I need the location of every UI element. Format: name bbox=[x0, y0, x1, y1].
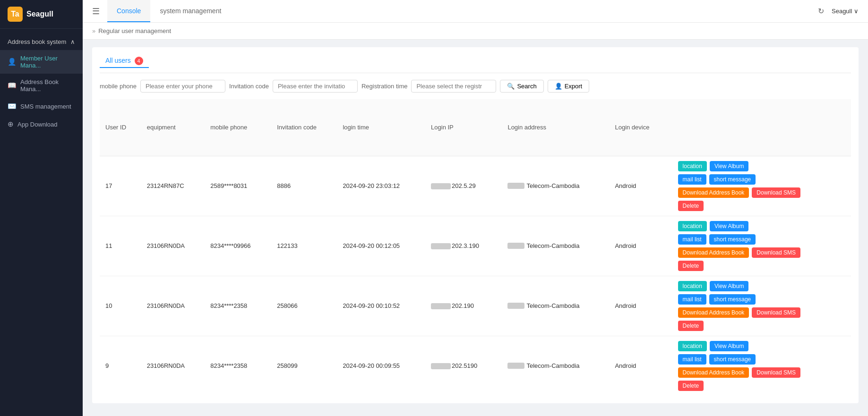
user-icon: 👤 bbox=[8, 58, 17, 66]
cell-equipment: 23106RN0DA bbox=[141, 276, 205, 336]
search-button[interactable]: 🔍 Search bbox=[500, 80, 543, 93]
cell-equipment: 23124RN87C bbox=[141, 156, 205, 216]
cell-login-device: Android bbox=[609, 276, 668, 336]
filter-registration-input[interactable] bbox=[411, 80, 496, 93]
sidebar-item-member-user[interactable]: 👤 Member User Mana... bbox=[0, 50, 83, 74]
short-message-button[interactable]: short message bbox=[709, 234, 756, 245]
page-body: All users 4 mobile phone Invitation code… bbox=[83, 40, 868, 416]
cell-login-device: Android bbox=[609, 156, 668, 216]
location-button[interactable]: location bbox=[678, 281, 707, 291]
tab-system-management[interactable]: system management bbox=[150, 0, 231, 22]
tab-all-users[interactable]: All users 4 bbox=[100, 55, 149, 68]
cell-login-device: Android bbox=[609, 336, 668, 396]
download-sms-button[interactable]: Download SMS bbox=[752, 307, 800, 318]
logo-name: Seagull bbox=[26, 10, 53, 18]
short-message-button[interactable]: short message bbox=[709, 354, 756, 365]
cell-login-time: 2024-09-20 00:09:55 bbox=[337, 336, 425, 396]
logo-icon: Ta bbox=[8, 7, 23, 22]
tab-row: All users 4 bbox=[100, 55, 851, 73]
cell-login-ip: 202.190 bbox=[425, 276, 502, 336]
location-button[interactable]: location bbox=[678, 341, 707, 351]
cell-login-ip: 202.3.190 bbox=[425, 216, 502, 276]
filter-invitation-label: Invitation code bbox=[229, 83, 269, 90]
filter-mobile-input[interactable] bbox=[140, 80, 225, 93]
table-row: 17 23124RN87C 2589****8031 8886 2024-09-… bbox=[100, 156, 851, 216]
short-message-button[interactable]: short message bbox=[709, 294, 756, 305]
location-button[interactable]: location bbox=[678, 161, 707, 171]
cell-mobile-phone: 8234****2358 bbox=[205, 276, 271, 336]
delete-button[interactable]: Delete bbox=[678, 201, 704, 211]
main-content: ☰ Console system management ↻ Seagull ∨ … bbox=[83, 0, 868, 416]
sms-icon: ✉️ bbox=[8, 102, 17, 110]
cell-user-id: 11 bbox=[100, 216, 141, 276]
download-address-button[interactable]: Download Address Book bbox=[678, 247, 749, 258]
sidebar-item-label: Member User Mana... bbox=[20, 55, 75, 69]
cell-login-time: 2024-09-20 23:03:12 bbox=[337, 156, 425, 216]
cell-invitation-code: 122133 bbox=[271, 216, 337, 276]
delete-button[interactable]: Delete bbox=[678, 321, 704, 331]
filter-row: mobile phone Invitation code Registratio… bbox=[100, 80, 851, 93]
cell-login-ip: 202.5190 bbox=[425, 336, 502, 396]
breadcrumb: » Regular user management bbox=[83, 23, 868, 40]
mail-list-button[interactable]: mail list bbox=[678, 174, 706, 185]
sidebar-section-title[interactable]: Address book system ∧ bbox=[0, 34, 83, 50]
download-address-button[interactable]: Download Address Book bbox=[678, 367, 749, 378]
col-user-id: User ID bbox=[100, 99, 141, 156]
mail-list-button[interactable]: mail list bbox=[678, 354, 706, 365]
mail-list-button[interactable]: mail list bbox=[678, 234, 706, 245]
table-row: 9 23106RN0DA 8234****2358 258099 2024-09… bbox=[100, 336, 851, 396]
sidebar-item-address-book[interactable]: 📖 Address Book Mana... bbox=[0, 74, 83, 97]
tab-console[interactable]: Console bbox=[107, 0, 150, 22]
cell-mobile-phone: 2589****8031 bbox=[205, 156, 271, 216]
cell-login-ip: 202.5.29 bbox=[425, 156, 502, 216]
col-login-ip: Login IP bbox=[425, 99, 502, 156]
cell-invitation-code: 258099 bbox=[271, 336, 337, 396]
table-row: 10 23106RN0DA 8234****2358 258066 2024-0… bbox=[100, 276, 851, 336]
sidebar-item-sms-management[interactable]: ✉️ SMS management bbox=[0, 97, 83, 115]
delete-button[interactable]: Delete bbox=[678, 261, 704, 271]
delete-button[interactable]: Delete bbox=[678, 381, 704, 391]
export-button[interactable]: 👤 Export bbox=[548, 80, 590, 93]
view-album-button[interactable]: View Album bbox=[710, 341, 748, 351]
sidebar-item-label: SMS management bbox=[20, 103, 71, 110]
filter-registration-label: Registration time bbox=[361, 83, 408, 90]
view-album-button[interactable]: View Album bbox=[710, 281, 748, 291]
cell-actions: location View Album mail list short mess… bbox=[669, 156, 851, 216]
refresh-icon[interactable]: ↻ bbox=[818, 7, 824, 16]
col-invitation-code: Invitation code bbox=[271, 99, 337, 156]
book-icon: 📖 bbox=[8, 81, 17, 90]
col-actions bbox=[669, 99, 851, 156]
tab-badge: 4 bbox=[135, 57, 143, 65]
breadcrumb-label: Regular user management bbox=[98, 27, 171, 34]
download-sms-button[interactable]: Download SMS bbox=[752, 187, 800, 198]
sidebar-item-app-download[interactable]: ⊕ App Download bbox=[0, 115, 83, 133]
sidebar-section: Address book system ∧ 👤 Member User Mana… bbox=[0, 29, 83, 138]
search-icon: 🔍 bbox=[507, 83, 515, 90]
download-sms-button[interactable]: Download SMS bbox=[752, 367, 800, 378]
sidebar: Ta Seagull Address book system ∧ 👤 Membe… bbox=[0, 0, 83, 416]
cell-login-address: Telecom-Cambodia bbox=[502, 156, 609, 216]
user-label[interactable]: Seagull ∨ bbox=[832, 8, 859, 15]
cell-mobile-phone: 8234****2358 bbox=[205, 336, 271, 396]
col-login-device: Login device bbox=[609, 99, 668, 156]
menu-icon[interactable]: ☰ bbox=[92, 6, 100, 17]
view-album-button[interactable]: View Album bbox=[710, 161, 748, 171]
view-album-button[interactable]: View Album bbox=[710, 221, 748, 231]
cell-login-address: Telecom-Cambodia bbox=[502, 336, 609, 396]
data-table: User ID equipment mobile phone Invitatio… bbox=[100, 99, 851, 396]
sidebar-item-label: App Download bbox=[17, 121, 58, 128]
download-address-button[interactable]: Download Address Book bbox=[678, 187, 749, 198]
chevron-up-icon: ∧ bbox=[70, 38, 75, 45]
short-message-button[interactable]: short message bbox=[709, 174, 756, 185]
mail-list-button[interactable]: mail list bbox=[678, 294, 706, 305]
cell-actions: location View Album mail list short mess… bbox=[669, 216, 851, 276]
content-card: All users 4 mobile phone Invitation code… bbox=[92, 47, 859, 403]
download-sms-button[interactable]: Download SMS bbox=[752, 247, 800, 258]
location-button[interactable]: location bbox=[678, 221, 707, 231]
table-row: 11 23106RN0DA 8234****09966 122133 2024-… bbox=[100, 216, 851, 276]
cell-equipment: 23106RN0DA bbox=[141, 216, 205, 276]
col-equipment: equipment bbox=[141, 99, 205, 156]
cell-user-id: 9 bbox=[100, 336, 141, 396]
filter-invitation-input[interactable] bbox=[273, 80, 358, 93]
download-address-button[interactable]: Download Address Book bbox=[678, 307, 749, 318]
